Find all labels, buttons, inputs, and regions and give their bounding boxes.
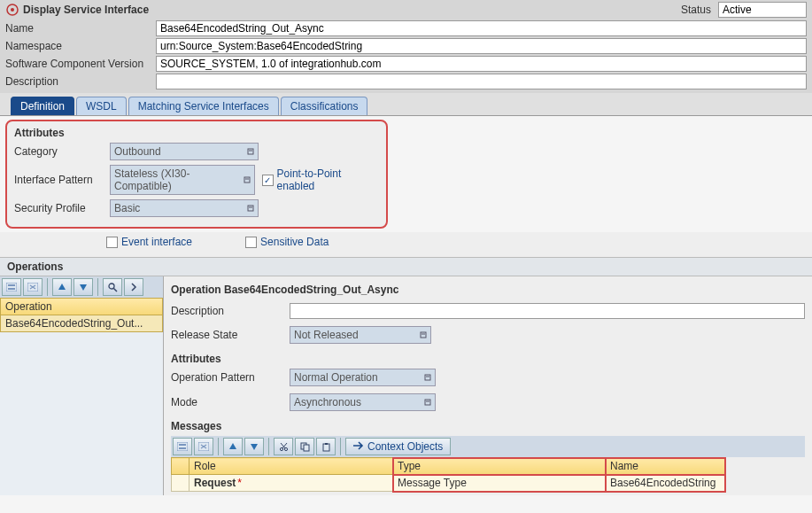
svg-rect-10 [421,332,426,338]
sensitive-data-label: Sensitive Data [260,236,329,248]
op-description-field[interactable] [290,303,805,319]
msg-col-role[interactable]: Role [189,458,393,475]
svg-rect-7 [8,288,15,290]
move-down-button[interactable] [73,278,93,296]
category-dropdown[interactable]: Outbound [110,143,259,160]
svg-rect-14 [179,444,186,446]
messages-table: Role Type Name Request* Message Type Bas… [171,457,725,492]
dropdown-icon [420,331,427,338]
operation-list-item[interactable]: Base64EncodedString_Out... [0,315,163,332]
move-up-button[interactable] [52,278,72,296]
dropdown-icon [424,399,431,406]
msg-row-type: Message Type [393,475,606,492]
mode-value: Asynchronous [294,396,361,408]
svg-rect-6 [8,284,15,286]
paste-button[interactable] [316,438,336,455]
category-label: Category [14,145,103,158]
svg-rect-11 [425,375,430,380]
description-label: Description [5,75,156,88]
svg-point-9 [109,284,114,289]
svg-rect-4 [248,206,253,211]
namespace-label: Namespace [5,40,156,52]
find-button[interactable] [103,278,122,296]
page-title: Display Service Interface [23,4,149,16]
svg-rect-15 [179,447,186,449]
ops-left-toolbar [0,276,163,298]
op-pattern-dropdown[interactable]: Normal Operation [290,369,436,386]
pattern-label: Interface Pattern [14,174,103,186]
msg-move-up-button[interactable] [223,438,243,455]
op-attributes-title: Attributes [171,353,805,365]
cut-button[interactable] [274,438,293,455]
namespace-field[interactable] [156,38,807,54]
msg-move-down-button[interactable] [244,438,264,455]
msg-col-name[interactable]: Name [606,458,725,475]
operation-title: Operation Base64EncodedString_Out_Async [171,284,805,296]
status-label: Status [681,4,711,16]
event-interface-label: Event interface [121,236,192,248]
svg-rect-5 [6,283,17,291]
msg-col-select[interactable] [172,458,189,475]
attributes-title: Attributes [14,127,379,139]
tab-matching[interactable]: Matching Service Interfaces [128,97,279,115]
service-interface-icon [5,3,19,17]
release-state-label: Release State [171,329,286,341]
category-value: Outbound [114,145,161,158]
table-row[interactable]: Request* Message Type Base64EncodedStrin… [172,475,725,492]
msg-delete-button[interactable] [194,438,213,455]
op-description-label: Description [171,305,286,317]
svg-rect-13 [177,442,188,451]
pattern-dropdown[interactable]: Stateless (XI30-Compatible) [110,165,255,195]
expand-button[interactable] [124,278,143,296]
security-dropdown[interactable]: Basic [110,199,259,217]
attributes-panel: Attributes Category Outbound Interface P… [5,120,388,229]
p2p-checkbox[interactable] [262,175,274,186]
security-label: Security Profile [14,202,103,214]
release-state-value: Not Released [294,329,359,341]
tab-classifications[interactable]: Classifications [281,97,368,115]
dropdown-icon [247,148,254,155]
svg-rect-12 [425,400,430,405]
operation-column-header[interactable]: Operation [0,298,163,315]
svg-rect-3 [244,177,250,183]
context-objects-label: Context Objects [367,440,443,453]
messages-title: Messages [171,420,805,432]
scv-label: Software Component Version [5,58,156,70]
dropdown-icon [247,205,254,212]
release-state-dropdown[interactable]: Not Released [290,326,431,344]
msg-row-name: Base64EncodedString [606,475,725,492]
tab-strip: Definition WSDL Matching Service Interfa… [0,93,812,116]
copy-button[interactable] [295,438,314,455]
op-pattern-value: Normal Operation [294,371,378,384]
svg-rect-22 [325,443,328,445]
security-value: Basic [114,202,140,214]
mode-label: Mode [171,396,286,408]
svg-rect-2 [248,149,253,154]
sensitive-data-checkbox[interactable] [245,237,257,248]
svg-rect-20 [304,445,309,451]
msg-add-button[interactable] [173,438,192,455]
messages-toolbar: Context Objects [171,436,805,457]
msg-col-type[interactable]: Type [393,458,606,475]
scv-field[interactable] [156,56,807,72]
name-label: Name [5,22,156,35]
operations-list-panel: Operation Base64EncodedString_Out... [0,276,164,495]
status-field [718,2,807,18]
tab-definition[interactable]: Definition [11,97,74,115]
pattern-value: Stateless (XI30-Compatible) [114,167,244,192]
event-interface-checkbox[interactable] [106,237,118,248]
mode-dropdown[interactable]: Asynchronous [290,393,436,411]
p2p-label: Point-to-Point enabled [277,167,379,192]
dropdown-icon [424,374,431,381]
op-pattern-label: Operation Pattern [171,371,286,384]
tab-wsdl[interactable]: WSDL [76,97,127,115]
svg-point-1 [11,8,14,12]
description-field[interactable] [156,74,807,89]
context-objects-button[interactable]: Context Objects [345,438,451,455]
name-field[interactable] [156,20,807,36]
dropdown-icon [244,176,251,183]
add-row-button[interactable] [2,278,21,296]
svg-rect-21 [323,444,329,451]
arrow-right-icon [353,440,364,453]
delete-row-button[interactable] [23,278,43,296]
